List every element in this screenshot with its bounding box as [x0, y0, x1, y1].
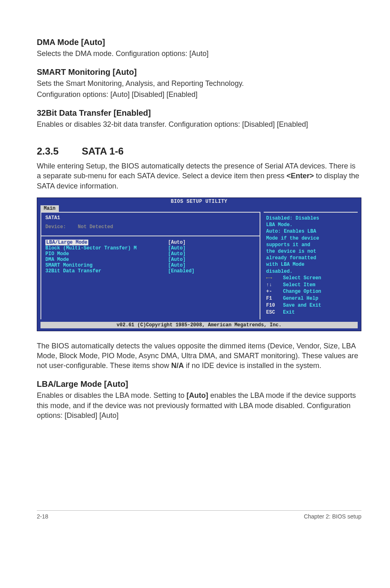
bios-body: SATA1 Device: Not Detected LBA/Large Mod… — [37, 212, 361, 321]
bios-help-line: disabled. — [266, 268, 356, 275]
enter-key-label: <Enter> — [287, 172, 314, 180]
bios-nav-hints: ←→ Select Screen↑↓ Select Item+- Change … — [266, 275, 356, 316]
bios-device-line: Device: Not Detected — [45, 224, 256, 230]
bios-nav-line: ESC Exit — [266, 309, 356, 316]
na-label: N/A — [171, 361, 184, 370]
bios-item-row[interactable]: PIO Mode[Auto] — [45, 251, 256, 257]
bios-screenshot: BIOS SETUP UTILITY Main SATA1 Device: No… — [37, 197, 361, 331]
bios-item-value: [Auto] — [168, 251, 256, 257]
bios-item-value: [Enabled] — [168, 268, 256, 274]
bios-item-label: 32Bit Data Transfer — [45, 268, 168, 274]
bios-help-text: Disabled: DisablesLBA Mode.Auto: Enables… — [266, 215, 356, 275]
bios-item-row[interactable]: Block (Multi-Sector Transfer) M[Auto] — [45, 245, 256, 251]
section-number: 2.3.5 — [37, 146, 82, 157]
after-text-2: if no IDE device is installed in the sys… — [184, 361, 321, 370]
page-number: 2-18 — [37, 513, 48, 520]
bios-item-label: Block (Multi-Sector Transfer) M — [45, 245, 168, 251]
bios-nav-line: ↑↓ Select Item — [266, 282, 356, 289]
bios-nav-key: ←→ — [266, 275, 280, 282]
bios-nav-line: F10 Save and Exit — [266, 302, 356, 309]
bios-nav-key: +- — [266, 288, 280, 295]
bios-help-line: Mode if the device — [266, 235, 356, 242]
bios-help-line: LBA Mode. — [266, 222, 356, 228]
bios-item-list: LBA/Large Mode[Auto]Block (Multi-Sector … — [41, 236, 260, 307]
section-heading-sata: 2.3.5SATA 1-6 — [37, 146, 361, 157]
bios-help-line: supports it and — [266, 242, 356, 248]
bios-item-value: [Auto] — [168, 257, 256, 263]
bios-help-line: Auto: Enables LBA — [266, 228, 356, 235]
bios-item-label: SMART Monitoring — [45, 263, 168, 268]
bios-nav-text: Exit — [280, 310, 295, 315]
bios-nav-key: F1 — [266, 295, 280, 302]
bios-tab-bar: Main — [37, 205, 361, 212]
bios-right-panel: Disabled: DisablesLBA Mode.Auto: Enables… — [264, 212, 358, 319]
bios-copyright-footer: v02.61 (C)Copyright 1985-2008, American … — [40, 322, 358, 328]
heading-smart-monitoring: SMART Monitoring [Auto] — [37, 67, 361, 77]
page-footer: 2-18 Chapter 2: BIOS setup — [37, 510, 361, 520]
section-intro-sata: While entering Setup, the BIOS automatic… — [37, 161, 361, 191]
bios-nav-key: ↑↓ — [266, 282, 280, 289]
bios-help-line: already formatted — [266, 255, 356, 261]
bios-item-row[interactable]: LBA/Large Mode[Auto] — [45, 240, 256, 245]
bios-item-row[interactable]: DMA Mode[Auto] — [45, 257, 256, 263]
body-32bit: Enables or disables 32-bit data transfer… — [37, 119, 361, 129]
bios-nav-line: +- Change Option — [266, 288, 356, 295]
bios-item-row[interactable]: SMART Monitoring[Auto] — [45, 263, 256, 268]
bios-panel-header: SATA1 Device: Not Detected — [41, 213, 260, 236]
bios-title: BIOS SETUP UTILITY — [37, 198, 361, 205]
document-page: DMA Mode [Auto] Selects the DMA mode. Co… — [0, 0, 390, 532]
heading-lba-large: LBA/Large Mode [Auto] — [37, 379, 361, 389]
bios-device-label: Device: — [45, 224, 66, 230]
bios-sata-label: SATA1 — [45, 215, 256, 221]
after-bios-paragraph: The BIOS automatically detects the value… — [37, 341, 361, 371]
auto-label: [Auto] — [186, 391, 208, 399]
bios-device-value: Not Detected — [78, 224, 113, 230]
bios-left-panel: SATA1 Device: Not Detected LBA/Large Mod… — [40, 212, 260, 319]
lba-text-1: Enables or disables the LBA mode. Settin… — [37, 391, 186, 399]
bios-nav-text: Select Item — [280, 282, 315, 288]
bios-item-value: [Auto] — [168, 240, 256, 245]
bios-nav-line: F1 General Help — [266, 295, 356, 302]
body-smart-monitoring: Sets the Smart Monitoring, Analysis, and… — [37, 79, 361, 88]
bios-help-line: with LBA Mode — [266, 261, 356, 268]
bios-nav-text: Select Screen — [280, 275, 321, 281]
bios-tab-main[interactable]: Main — [40, 205, 59, 212]
bios-item-label: DMA Mode — [45, 257, 168, 263]
bios-help-line: the device is not — [266, 248, 356, 255]
heading-dma-mode: DMA Mode [Auto] — [37, 38, 361, 47]
bios-nav-text: General Help — [280, 296, 318, 301]
bios-item-label: LBA/Large Mode — [45, 240, 168, 245]
bios-nav-line: ←→ Select Screen — [266, 275, 356, 282]
bios-window: BIOS SETUP UTILITY Main SATA1 Device: No… — [37, 197, 361, 331]
body-smart-monitoring-options: Configuration options: [Auto] [Disabled]… — [37, 90, 361, 99]
bios-item-value: [Auto] — [168, 245, 256, 251]
bios-nav-text: Change Option — [280, 289, 321, 294]
body-dma-mode: Selects the DMA mode. Configuration opti… — [37, 49, 361, 58]
bios-nav-key: ESC — [266, 309, 280, 316]
section-title: SATA 1-6 — [82, 146, 123, 157]
bios-item-value: [Auto] — [168, 263, 256, 268]
bios-item-label: PIO Mode — [45, 251, 168, 257]
bios-nav-key: F10 — [266, 302, 280, 309]
bios-help-line: Disabled: Disables — [266, 215, 356, 222]
chapter-label: Chapter 2: BIOS setup — [304, 513, 361, 520]
bios-item-row[interactable]: 32Bit Data Transfer[Enabled] — [45, 268, 256, 274]
body-lba-large: Enables or disables the LBA mode. Settin… — [37, 391, 361, 420]
heading-32bit: 32Bit Data Transfer [Enabled] — [37, 108, 361, 118]
bios-nav-text: Save and Exit — [280, 303, 321, 308]
